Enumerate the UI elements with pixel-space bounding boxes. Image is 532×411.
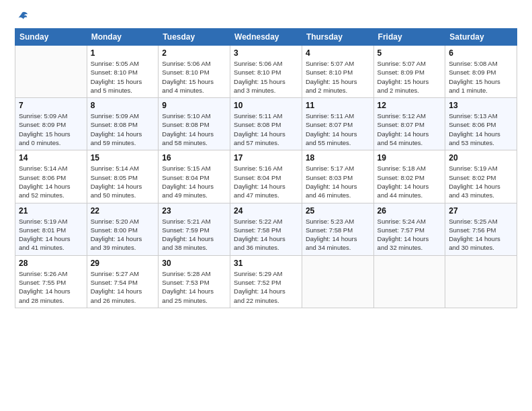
day-info: Sunrise: 5:07 AM Sunset: 8:10 PM Dayligh…	[306, 59, 370, 95]
day-info: Sunrise: 5:21 AM Sunset: 7:59 PM Dayligh…	[162, 217, 226, 253]
logo	[15, 12, 28, 24]
day-info: Sunrise: 5:15 AM Sunset: 8:04 PM Dayligh…	[162, 164, 226, 199]
day-info: Sunrise: 5:25 AM Sunset: 7:56 PM Dayligh…	[449, 217, 513, 253]
day-number: 10	[234, 101, 298, 110]
day-info: Sunrise: 5:18 AM Sunset: 8:02 PM Dayligh…	[378, 164, 442, 199]
day-number: 28	[19, 259, 83, 268]
calendar-cell: 28Sunrise: 5:26 AM Sunset: 7:55 PM Dayli…	[15, 255, 87, 308]
calendar-page: SundayMondayTuesdayWednesdayThursdayFrid…	[0, 0, 532, 411]
weekday-header-saturday: Saturday	[445, 29, 517, 46]
day-info: Sunrise: 5:19 AM Sunset: 8:02 PM Dayligh…	[449, 164, 513, 199]
calendar-week-row: 14Sunrise: 5:14 AM Sunset: 8:06 PM Dayli…	[15, 150, 517, 203]
day-info: Sunrise: 5:27 AM Sunset: 7:54 PM Dayligh…	[91, 269, 155, 305]
weekday-header-friday: Friday	[373, 29, 445, 46]
weekday-header-monday: Monday	[87, 29, 159, 46]
weekday-header-wednesday: Wednesday	[230, 29, 302, 46]
logo-bird-icon	[16, 11, 28, 23]
day-number: 8	[91, 101, 155, 110]
calendar-cell: 1Sunrise: 5:05 AM Sunset: 8:10 PM Daylig…	[87, 46, 159, 98]
calendar-cell: 8Sunrise: 5:09 AM Sunset: 8:08 PM Daylig…	[87, 98, 159, 150]
calendar-cell: 5Sunrise: 5:07 AM Sunset: 8:09 PM Daylig…	[373, 46, 445, 98]
day-number: 5	[378, 48, 442, 58]
day-number: 26	[378, 206, 442, 216]
day-number: 7	[19, 101, 83, 110]
calendar-cell: 30Sunrise: 5:28 AM Sunset: 7:53 PM Dayli…	[159, 255, 230, 308]
calendar-cell: 16Sunrise: 5:15 AM Sunset: 8:04 PM Dayli…	[159, 150, 230, 203]
day-number: 13	[449, 101, 513, 110]
day-number: 18	[306, 153, 370, 163]
day-info: Sunrise: 5:26 AM Sunset: 7:55 PM Dayligh…	[19, 269, 83, 305]
calendar-cell: 22Sunrise: 5:20 AM Sunset: 8:00 PM Dayli…	[87, 203, 159, 255]
day-number: 25	[306, 206, 370, 216]
day-info: Sunrise: 5:10 AM Sunset: 8:08 PM Dayligh…	[162, 111, 226, 147]
calendar-cell: 9Sunrise: 5:10 AM Sunset: 8:08 PM Daylig…	[159, 98, 230, 150]
day-info: Sunrise: 5:19 AM Sunset: 8:01 PM Dayligh…	[19, 217, 83, 253]
day-number: 29	[91, 259, 155, 268]
weekday-header-sunday: Sunday	[15, 29, 87, 46]
calendar-cell: 6Sunrise: 5:08 AM Sunset: 8:09 PM Daylig…	[445, 46, 517, 98]
day-info: Sunrise: 5:12 AM Sunset: 8:07 PM Dayligh…	[378, 111, 442, 147]
day-number: 11	[306, 101, 370, 110]
day-number: 4	[306, 48, 370, 58]
day-number: 19	[378, 153, 442, 163]
day-number: 17	[234, 153, 298, 163]
day-number: 2	[162, 48, 226, 58]
day-number: 12	[378, 101, 442, 110]
day-info: Sunrise: 5:06 AM Sunset: 8:10 PM Dayligh…	[234, 59, 298, 95]
calendar-cell: 17Sunrise: 5:16 AM Sunset: 8:04 PM Dayli…	[230, 150, 302, 203]
calendar-cell	[373, 255, 445, 308]
calendar-cell: 20Sunrise: 5:19 AM Sunset: 8:02 PM Dayli…	[445, 150, 517, 203]
calendar-cell: 24Sunrise: 5:22 AM Sunset: 7:58 PM Dayli…	[230, 203, 302, 255]
calendar-table: SundayMondayTuesdayWednesdayThursdayFrid…	[15, 28, 517, 308]
calendar-cell: 25Sunrise: 5:23 AM Sunset: 7:58 PM Dayli…	[302, 203, 373, 255]
day-number: 30	[162, 259, 226, 268]
calendar-week-row: 1Sunrise: 5:05 AM Sunset: 8:10 PM Daylig…	[15, 46, 517, 98]
calendar-cell: 7Sunrise: 5:09 AM Sunset: 8:09 PM Daylig…	[15, 98, 87, 150]
day-info: Sunrise: 5:11 AM Sunset: 8:07 PM Dayligh…	[306, 111, 370, 147]
weekday-header-tuesday: Tuesday	[159, 29, 230, 46]
calendar-week-row: 21Sunrise: 5:19 AM Sunset: 8:01 PM Dayli…	[15, 203, 517, 255]
day-info: Sunrise: 5:29 AM Sunset: 7:52 PM Dayligh…	[234, 269, 298, 305]
day-number: 16	[162, 153, 226, 163]
weekday-header-thursday: Thursday	[302, 29, 373, 46]
day-info: Sunrise: 5:24 AM Sunset: 7:57 PM Dayligh…	[378, 217, 442, 253]
calendar-cell: 15Sunrise: 5:14 AM Sunset: 8:05 PM Dayli…	[87, 150, 159, 203]
calendar-cell: 26Sunrise: 5:24 AM Sunset: 7:57 PM Dayli…	[373, 203, 445, 255]
calendar-cell: 4Sunrise: 5:07 AM Sunset: 8:10 PM Daylig…	[302, 46, 373, 98]
day-info: Sunrise: 5:14 AM Sunset: 8:05 PM Dayligh…	[91, 164, 155, 199]
calendar-cell: 19Sunrise: 5:18 AM Sunset: 8:02 PM Dayli…	[373, 150, 445, 203]
day-number: 23	[162, 206, 226, 216]
calendar-week-row: 28Sunrise: 5:26 AM Sunset: 7:55 PM Dayli…	[15, 255, 517, 308]
calendar-cell: 23Sunrise: 5:21 AM Sunset: 7:59 PM Dayli…	[159, 203, 230, 255]
day-info: Sunrise: 5:14 AM Sunset: 8:06 PM Dayligh…	[19, 164, 83, 199]
day-number: 21	[19, 206, 83, 216]
day-number: 1	[91, 48, 155, 58]
calendar-cell: 27Sunrise: 5:25 AM Sunset: 7:56 PM Dayli…	[445, 203, 517, 255]
day-info: Sunrise: 5:28 AM Sunset: 7:53 PM Dayligh…	[162, 269, 226, 305]
calendar-cell: 11Sunrise: 5:11 AM Sunset: 8:07 PM Dayli…	[302, 98, 373, 150]
calendar-cell	[15, 46, 87, 98]
calendar-cell: 12Sunrise: 5:12 AM Sunset: 8:07 PM Dayli…	[373, 98, 445, 150]
day-number: 31	[234, 259, 298, 268]
calendar-cell: 21Sunrise: 5:19 AM Sunset: 8:01 PM Dayli…	[15, 203, 87, 255]
day-info: Sunrise: 5:11 AM Sunset: 8:08 PM Dayligh…	[234, 111, 298, 147]
calendar-cell: 3Sunrise: 5:06 AM Sunset: 8:10 PM Daylig…	[230, 46, 302, 98]
calendar-cell: 13Sunrise: 5:13 AM Sunset: 8:06 PM Dayli…	[445, 98, 517, 150]
day-info: Sunrise: 5:08 AM Sunset: 8:09 PM Dayligh…	[449, 59, 513, 95]
day-number: 22	[91, 206, 155, 216]
calendar-cell: 31Sunrise: 5:29 AM Sunset: 7:52 PM Dayli…	[230, 255, 302, 308]
calendar-week-row: 7Sunrise: 5:09 AM Sunset: 8:09 PM Daylig…	[15, 98, 517, 150]
calendar-cell: 18Sunrise: 5:17 AM Sunset: 8:03 PM Dayli…	[302, 150, 373, 203]
day-info: Sunrise: 5:16 AM Sunset: 8:04 PM Dayligh…	[234, 164, 298, 199]
weekday-header-row: SundayMondayTuesdayWednesdayThursdayFrid…	[15, 29, 517, 46]
header	[15, 12, 517, 24]
day-info: Sunrise: 5:05 AM Sunset: 8:10 PM Dayligh…	[91, 59, 155, 95]
day-number: 6	[449, 48, 513, 58]
calendar-cell: 14Sunrise: 5:14 AM Sunset: 8:06 PM Dayli…	[15, 150, 87, 203]
day-info: Sunrise: 5:22 AM Sunset: 7:58 PM Dayligh…	[234, 217, 298, 253]
day-info: Sunrise: 5:13 AM Sunset: 8:06 PM Dayligh…	[449, 111, 513, 147]
day-info: Sunrise: 5:06 AM Sunset: 8:10 PM Dayligh…	[162, 59, 226, 95]
day-info: Sunrise: 5:17 AM Sunset: 8:03 PM Dayligh…	[306, 164, 370, 199]
day-number: 3	[234, 48, 298, 58]
calendar-cell	[302, 255, 373, 308]
